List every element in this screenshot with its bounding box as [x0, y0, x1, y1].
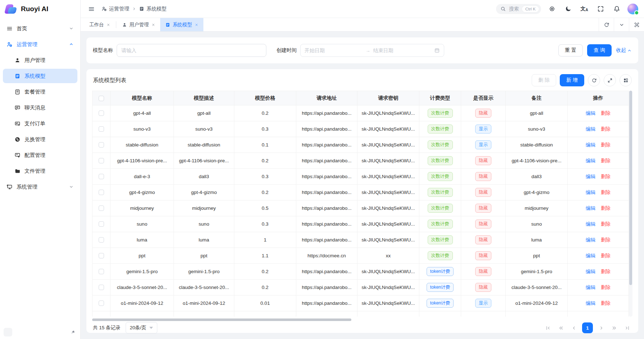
row-checkbox[interactable] [99, 158, 104, 163]
request-url-cell: https://docmee.cn [296, 248, 357, 264]
edit-link[interactable]: 编辑 [586, 190, 595, 195]
next-group-button[interactable] [609, 323, 619, 333]
sidebar-item-config-management[interactable]: 配置管理 [3, 148, 77, 162]
sidebar-item-operations[interactable]: 运营管理 [3, 37, 77, 51]
sidebar-item-redeem-management[interactable]: 兑换管理 [3, 132, 77, 146]
delete-link[interactable]: 删除 [601, 110, 611, 116]
breadcrumb-item[interactable]: 运营管理 [102, 6, 129, 12]
add-button[interactable]: 新 增 [560, 74, 584, 86]
delete-link[interactable]: 删除 [601, 300, 611, 306]
prev-page-button[interactable] [569, 323, 578, 333]
row-checkbox[interactable] [99, 237, 104, 243]
batch-delete-button[interactable]: 删 除 [532, 74, 556, 86]
sidebar-item-package-management[interactable]: 套餐管理 [3, 85, 77, 99]
tab-fullscreen-button[interactable] [629, 18, 644, 31]
tab-close-button[interactable] [152, 23, 155, 27]
tab-menu-button[interactable] [614, 18, 629, 31]
refresh-button[interactable] [588, 74, 600, 86]
dark-mode-button[interactable] [563, 4, 573, 14]
fullscreen-button[interactable] [595, 4, 606, 14]
row-checkbox[interactable] [99, 285, 104, 290]
prev-group-button[interactable] [556, 323, 566, 333]
column-settings-button[interactable] [620, 74, 632, 86]
row-checkbox[interactable] [99, 269, 104, 274]
horizontal-scrollbar-thumb[interactable] [92, 318, 351, 321]
edit-link[interactable]: 编辑 [586, 126, 595, 132]
end-date-input[interactable] [373, 48, 432, 53]
current-page-button[interactable]: 1 [582, 322, 593, 333]
menu-collapse-button[interactable] [86, 4, 96, 14]
sidebar-item-file-management[interactable]: 文件管理 [3, 164, 77, 178]
next-page-button[interactable] [596, 323, 606, 333]
settings-button[interactable] [546, 4, 557, 14]
delete-link[interactable]: 删除 [601, 285, 611, 290]
edit-link[interactable]: 编辑 [586, 205, 595, 211]
row-checkbox[interactable] [99, 190, 104, 195]
tab-workbench[interactable]: 工作台 [84, 18, 115, 31]
sidebar-item-home[interactable]: 首页 [3, 21, 77, 36]
table-fullscreen-button[interactable] [604, 74, 616, 86]
notifications-button[interactable] [611, 4, 622, 14]
delete-link[interactable]: 删除 [601, 205, 611, 211]
users-icon [6, 41, 13, 48]
delete-link[interactable]: 删除 [601, 142, 611, 148]
delete-link[interactable]: 删除 [601, 174, 611, 179]
sidebar-item-user-management[interactable]: 用户管理 [3, 53, 77, 67]
edit-link[interactable]: 编辑 [586, 285, 595, 290]
start-date-input[interactable] [305, 48, 363, 53]
tab-user-management[interactable]: 用户管理 [117, 18, 160, 31]
model-name-input[interactable] [117, 44, 266, 57]
row-checkbox[interactable] [99, 110, 104, 116]
first-page-button[interactable] [543, 323, 553, 333]
sidebar-collapse-button[interactable] [4, 328, 12, 336]
vertical-scrollbar-thumb[interactable] [629, 91, 632, 285]
avatar[interactable] [627, 4, 638, 14]
sidebar-item-system-model[interactable]: 系统模型 [3, 69, 77, 83]
tab-system-model[interactable]: 系统模型 [160, 18, 203, 31]
table-toolbar: 删 除 新 增 [532, 74, 632, 86]
row-checkbox[interactable] [99, 221, 104, 227]
delete-link[interactable]: 删除 [601, 269, 611, 274]
translate-button[interactable]: 文A [579, 4, 590, 14]
sidebar-item-chat-messages[interactable]: 聊天消息 [3, 100, 77, 115]
row-checkbox[interactable] [99, 174, 104, 179]
delete-link[interactable]: 删除 [601, 221, 611, 227]
tab-close-button[interactable] [195, 23, 198, 27]
delete-link[interactable]: 删除 [601, 158, 611, 163]
sidebar-item-payment-orders[interactable]: 支付订单 [3, 116, 77, 131]
model-price-cell: 0.1 [234, 137, 296, 153]
tab-refresh-button[interactable] [599, 18, 614, 31]
edit-link[interactable]: 编辑 [586, 221, 595, 227]
delete-link[interactable]: 删除 [601, 253, 611, 258]
query-button[interactable]: 查 询 [587, 44, 612, 56]
row-checkbox[interactable] [99, 300, 104, 306]
edit-link[interactable]: 编辑 [586, 158, 595, 163]
row-checkbox[interactable] [99, 253, 104, 258]
delete-link[interactable]: 删除 [601, 190, 611, 195]
edit-link[interactable]: 编辑 [586, 174, 595, 179]
last-page-button[interactable] [622, 323, 632, 333]
select-all-checkbox[interactable] [99, 96, 104, 101]
row-checkbox[interactable] [99, 205, 104, 211]
column-header: 操作 [568, 91, 629, 105]
columns-icon [623, 78, 629, 83]
page-size-select[interactable]: 20条/页 [126, 322, 158, 334]
brand[interactable]: Ruoyi AI [0, 0, 80, 18]
reset-button[interactable]: 重 置 [558, 44, 583, 56]
edit-link[interactable]: 编辑 [586, 253, 595, 258]
delete-link[interactable]: 删除 [601, 126, 611, 132]
edit-link[interactable]: 编辑 [586, 237, 595, 243]
edit-link[interactable]: 编辑 [586, 110, 595, 116]
sidebar-item-system[interactable]: 系统管理 [3, 180, 77, 194]
edit-link[interactable]: 编辑 [586, 269, 595, 274]
delete-link[interactable]: 删除 [601, 237, 611, 243]
global-search[interactable]: 搜索 Ctrl K [496, 4, 541, 14]
pin-button[interactable] [69, 328, 77, 336]
collapse-filter-link[interactable]: 收起 [616, 47, 632, 54]
edit-link[interactable]: 编辑 [586, 300, 595, 306]
tab-close-button[interactable] [107, 23, 110, 27]
row-checkbox[interactable] [99, 142, 104, 148]
breadcrumb-item[interactable]: 系统模型 [139, 6, 167, 12]
row-checkbox[interactable] [99, 126, 104, 132]
edit-link[interactable]: 编辑 [586, 142, 595, 148]
